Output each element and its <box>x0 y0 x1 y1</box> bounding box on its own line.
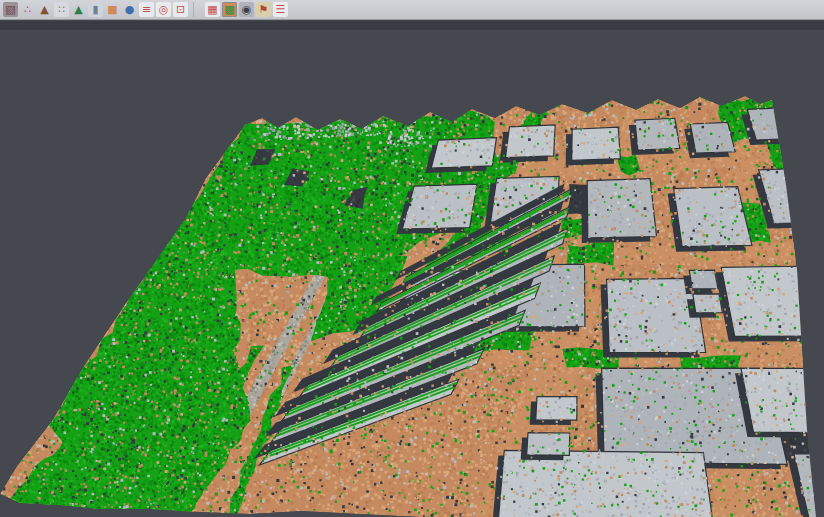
tin-surface-icon[interactable]: ▲ <box>71 2 86 17</box>
tile-grid-icon[interactable]: ▦ <box>205 2 220 17</box>
target-settings-icon[interactable]: ◎ <box>156 2 171 17</box>
attribute-table-icon[interactable]: ≡ <box>139 2 154 17</box>
viewport-3d <box>0 21 824 517</box>
open-data-icon[interactable]: ▧ <box>3 2 18 17</box>
sparse-points-icon[interactable]: ∷ <box>54 2 69 17</box>
screenshot-camera-icon[interactable]: ◉ <box>239 2 254 17</box>
dem-hillshade-icon[interactable]: ▲ <box>37 2 52 17</box>
measure-flag-icon[interactable]: ⚑ <box>256 2 271 17</box>
point-cloud-canvas[interactable] <box>0 21 824 517</box>
legend-bars-icon[interactable]: ☰ <box>273 2 288 17</box>
classification-view-icon[interactable]: ▩ <box>222 2 237 17</box>
lidar-viewer-window: ▧∴▲∷▲▮■●≡◎⊡▦▩◉⚑☰ <box>0 0 824 517</box>
toolbar-separator <box>193 2 201 17</box>
toolbar: ▧∴▲∷▲▮■●≡◎⊡▦▩◉⚑☰ <box>0 0 824 20</box>
zoom-extent-icon[interactable]: ⊡ <box>173 2 188 17</box>
point-symbols-icon[interactable]: ∴ <box>20 2 35 17</box>
profile-view-icon[interactable]: ▮ <box>88 2 103 17</box>
globe-3d-icon[interactable]: ● <box>122 2 137 17</box>
ortho-image-icon[interactable]: ■ <box>105 2 120 17</box>
